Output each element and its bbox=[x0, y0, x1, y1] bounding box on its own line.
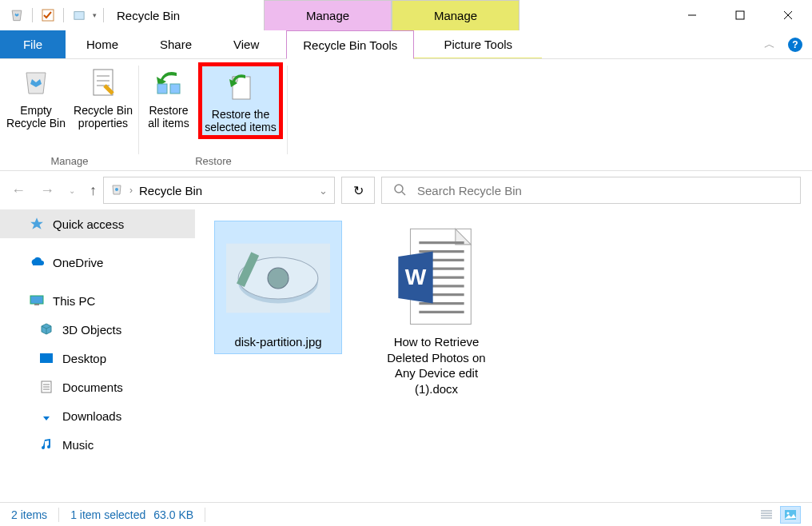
svg-line-15 bbox=[402, 192, 405, 195]
status-bar: 2 items 1 item selected 63.0 KB bbox=[0, 502, 812, 526]
location-recycle-bin-icon bbox=[110, 183, 123, 198]
restore-all-items-button[interactable]: Restoreall items bbox=[144, 62, 193, 131]
sidebar-item-onedrive[interactable]: OneDrive bbox=[0, 248, 195, 277]
recycle-bin-properties-button[interactable]: Recycle Binproperties bbox=[72, 62, 134, 131]
sidebar-item-desktop[interactable]: Desktop bbox=[0, 344, 195, 373]
minimize-button[interactable] bbox=[668, 0, 716, 30]
ribbon: EmptyRecycle Bin Recycle Binproperties M… bbox=[0, 59, 812, 171]
document-icon bbox=[38, 379, 54, 395]
sidebar-item-this-pc[interactable]: This PC bbox=[0, 286, 195, 315]
tab-home[interactable]: Home bbox=[66, 30, 139, 58]
svg-point-26 bbox=[268, 268, 289, 289]
svg-text:W: W bbox=[405, 265, 427, 289]
sidebar-item-label: 3D Objects bbox=[62, 323, 121, 337]
address-location: Recycle Bin bbox=[139, 184, 202, 197]
maximize-button[interactable] bbox=[716, 0, 764, 30]
help-icon[interactable]: ? bbox=[788, 38, 802, 52]
pc-icon bbox=[29, 293, 45, 309]
title-bar: ▾ Recycle Bin Manage Manage bbox=[0, 0, 812, 30]
folder-icon[interactable] bbox=[70, 6, 88, 24]
tab-recycle-bin-tools[interactable]: Recycle Bin Tools bbox=[286, 30, 414, 59]
close-button[interactable] bbox=[764, 0, 812, 30]
image-thumbnail bbox=[226, 226, 330, 330]
tab-share[interactable]: Share bbox=[139, 30, 213, 58]
svg-rect-18 bbox=[40, 353, 53, 363]
tab-picture-tools[interactable]: Picture Tools bbox=[414, 30, 542, 58]
button-label: Recycle Binproperties bbox=[74, 104, 133, 130]
file-item[interactable]: disk-partition.jpg bbox=[214, 221, 342, 354]
chevron-right-icon[interactable]: › bbox=[129, 185, 133, 196]
sidebar-item-music[interactable]: Music bbox=[0, 430, 195, 459]
group-label: Restore bbox=[195, 155, 232, 167]
ribbon-tabs: File Home Share View Recycle Bin Tools P… bbox=[0, 30, 812, 59]
quick-access-toolbar: ▾ bbox=[0, 6, 105, 24]
file-list[interactable]: disk-partition.jpg W How to Retrieve Del… bbox=[195, 209, 812, 505]
svg-rect-16 bbox=[30, 296, 43, 304]
up-button[interactable]: ↑ bbox=[90, 182, 97, 199]
tab-view[interactable]: View bbox=[213, 30, 280, 58]
group-label: Manage bbox=[51, 155, 89, 167]
file-name: How to Retrieve Deleted Photos on Any De… bbox=[377, 334, 496, 396]
svg-rect-3 bbox=[736, 11, 744, 19]
docx-icon: W bbox=[384, 225, 488, 329]
qat-dropdown-icon[interactable]: ▾ bbox=[93, 11, 97, 19]
refresh-button[interactable]: ↻ bbox=[341, 177, 375, 204]
thumbnails-view-button[interactable] bbox=[780, 506, 801, 524]
button-label: EmptyRecycle Bin bbox=[6, 104, 66, 130]
manage-tab-header-1[interactable]: Manage bbox=[264, 0, 392, 30]
recycle-bin-icon[interactable] bbox=[8, 6, 26, 24]
manage-tab-header-2[interactable]: Manage bbox=[392, 0, 519, 30]
sidebar-item-downloads[interactable]: Downloads bbox=[0, 401, 195, 430]
svg-rect-11 bbox=[170, 84, 180, 94]
svg-rect-1 bbox=[74, 12, 84, 20]
sidebar-item-label: Downloads bbox=[62, 409, 121, 423]
status-selected: 1 item selected bbox=[70, 508, 145, 521]
sidebar-item-label: Music bbox=[62, 438, 94, 452]
sidebar-item-label: Quick access bbox=[53, 217, 124, 231]
window-controls bbox=[668, 0, 812, 30]
history-dropdown-icon[interactable]: ⌄ bbox=[69, 186, 75, 195]
checkbox-icon[interactable] bbox=[39, 6, 57, 24]
empty-recycle-bin-button[interactable]: EmptyRecycle Bin bbox=[5, 62, 67, 131]
star-icon bbox=[29, 216, 45, 232]
file-name: disk-partition.jpg bbox=[234, 335, 321, 349]
status-size: 63.0 KB bbox=[153, 508, 193, 521]
content-area: Quick access OneDrive This PC 3D Objects… bbox=[0, 209, 812, 505]
ribbon-group-restore: Restoreall items Restore theselected ite… bbox=[139, 59, 288, 170]
forward-button[interactable]: → bbox=[40, 182, 54, 199]
back-button[interactable]: ← bbox=[11, 182, 26, 199]
search-box[interactable]: Search Recycle Bin bbox=[381, 177, 801, 204]
contextual-tab-headers: Manage Manage bbox=[264, 0, 519, 30]
navigation-pane[interactable]: Quick access OneDrive This PC 3D Objects… bbox=[0, 209, 195, 505]
sidebar-item-3d-objects[interactable]: 3D Objects bbox=[0, 315, 195, 344]
address-dropdown-icon[interactable]: ⌄ bbox=[319, 185, 328, 197]
nav-arrows: ← → ⌄ ↑ bbox=[11, 182, 97, 199]
file-item[interactable]: W How to Retrieve Deleted Photos on Any … bbox=[372, 221, 500, 401]
restore-selected-items-button[interactable]: Restore theselected items bbox=[198, 62, 283, 139]
restore-selected-icon bbox=[222, 68, 259, 105]
music-icon bbox=[38, 436, 54, 452]
svg-point-44 bbox=[787, 512, 790, 514]
sidebar-item-label: This PC bbox=[53, 294, 95, 308]
sidebar-item-quick-access[interactable]: Quick access bbox=[0, 209, 195, 238]
properties-icon bbox=[85, 64, 121, 101]
cloud-icon bbox=[29, 254, 45, 270]
address-bar[interactable]: › Recycle Bin ⌄ bbox=[103, 177, 335, 204]
details-view-button[interactable] bbox=[756, 506, 777, 524]
cube-icon bbox=[38, 321, 54, 337]
navigation-row: ← → ⌄ ↑ › Recycle Bin ⌄ ↻ Search Recycle… bbox=[0, 171, 812, 209]
collapse-ribbon-icon[interactable]: ︿ bbox=[764, 38, 775, 52]
svg-rect-10 bbox=[157, 84, 167, 94]
restore-all-icon bbox=[150, 64, 187, 101]
button-label: Restoreall items bbox=[148, 104, 189, 130]
download-icon bbox=[38, 408, 54, 424]
sidebar-item-documents[interactable]: Documents bbox=[0, 373, 195, 401]
file-tab[interactable]: File bbox=[0, 30, 66, 58]
button-label: Restore theselected items bbox=[205, 108, 276, 133]
window-title: Recycle Bin bbox=[117, 9, 180, 22]
desktop-icon bbox=[38, 350, 54, 366]
ribbon-group-manage: EmptyRecycle Bin Recycle Binproperties M… bbox=[0, 59, 139, 170]
svg-point-14 bbox=[395, 185, 403, 193]
sidebar-item-label: Documents bbox=[62, 381, 123, 394]
search-icon bbox=[393, 183, 406, 198]
